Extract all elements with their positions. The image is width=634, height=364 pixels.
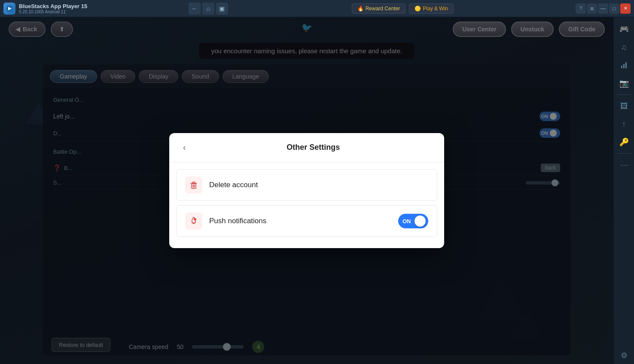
play-win-button[interactable]: 🟡 Play & Win <box>409 3 454 14</box>
minimize-button[interactable]: — <box>598 3 608 14</box>
toggle-on-label: ON <box>402 218 411 224</box>
help-button[interactable]: ? <box>576 3 586 14</box>
close-button[interactable]: ✕ <box>620 3 631 14</box>
settings-icon[interactable]: ⚙ <box>616 347 633 364</box>
modal-header: ‹ Other Settings <box>169 133 444 162</box>
camera-screenshot-icon[interactable]: 📷 <box>616 75 633 92</box>
svg-rect-13 <box>625 62 627 68</box>
svg-rect-4 <box>192 182 195 183</box>
right-sidebar: 🎮 ♫ 📷 🖼 ↑ 🔑 ⋯ ⚙ <box>613 0 634 364</box>
fire-icon: 🔥 <box>357 6 364 12</box>
app-name: BlueStacks App Player 15 5.20.10.1005 An… <box>19 3 189 14</box>
modal-body: Delete account Push notifications <box>169 162 444 248</box>
reward-center-button[interactable]: 🔥 Reward Center <box>352 3 406 14</box>
music-icon[interactable]: ♫ <box>616 39 633 56</box>
nav-back-button[interactable]: ← <box>189 3 201 15</box>
svg-rect-12 <box>623 64 625 68</box>
image-icon[interactable]: 🖼 <box>616 97 633 115</box>
coin-icon: 🟡 <box>415 6 421 12</box>
modal-title: Other Settings <box>193 143 434 152</box>
arrow-up-icon[interactable]: ↑ <box>616 115 633 133</box>
maximize-button[interactable]: □ <box>609 3 619 14</box>
main-content: ◀ Back ⬆ 🐦 User Center Unstuck Gift Code… <box>0 17 613 364</box>
menu-button[interactable]: ≡ <box>587 3 597 14</box>
sidebar-divider-2 <box>617 153 631 154</box>
push-notifications-item[interactable]: Push notifications ON <box>176 205 437 237</box>
trash-icon <box>185 176 202 194</box>
title-bar-center: 🔥 Reward Center 🟡 Play & Win <box>233 3 572 14</box>
window-controls: ? ≡ — □ ✕ <box>576 3 631 14</box>
svg-rect-11 <box>621 66 622 68</box>
delete-account-item[interactable]: Delete account <box>176 169 437 201</box>
modal-back-button[interactable]: ‹ <box>180 141 189 154</box>
nav-controls: ← ⌂ ▣ <box>189 3 228 15</box>
more-options-icon[interactable]: ⋯ <box>616 156 633 173</box>
push-notifications-toggle[interactable]: ON <box>398 214 428 228</box>
chart-icon[interactable] <box>616 57 633 74</box>
title-bar: BlueStacks App Player 15 5.20.10.1005 An… <box>0 0 634 17</box>
sidebar-divider-1 <box>617 94 631 95</box>
nav-tabs-button[interactable]: ▣ <box>216 3 228 15</box>
gamepad-icon[interactable]: 🎮 <box>616 21 633 38</box>
nav-home-button[interactable]: ⌂ <box>202 3 214 15</box>
toggle-knob <box>415 215 426 227</box>
bell-icon <box>185 212 202 230</box>
svg-point-10 <box>194 218 196 220</box>
push-notifications-label: Push notifications <box>209 217 398 225</box>
app-logo <box>3 3 15 15</box>
delete-account-label: Delete account <box>209 181 428 189</box>
svg-point-8 <box>193 217 194 218</box>
key-icon[interactable]: 🔑 <box>616 133 633 151</box>
other-settings-modal: ‹ Other Settings <box>169 133 444 248</box>
